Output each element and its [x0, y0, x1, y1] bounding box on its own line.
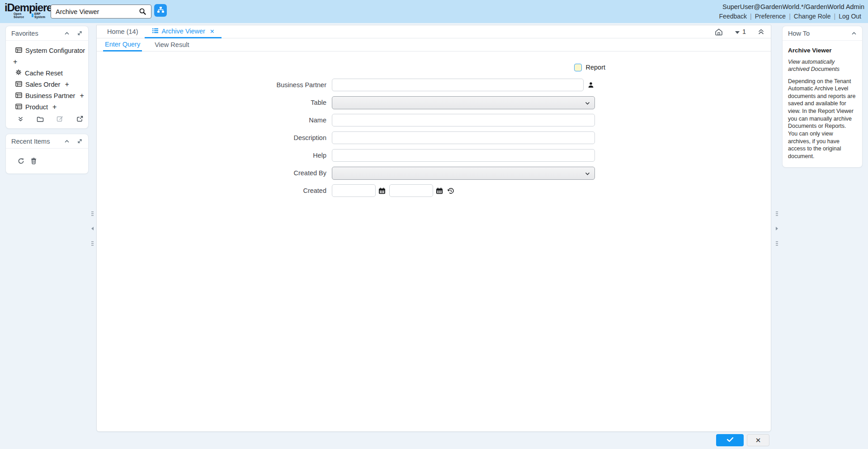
favorites-panel: Favorites System Configurator + Cache Re… [5, 26, 89, 129]
caret-down-icon [735, 28, 740, 35]
new-record-plus-icon[interactable]: + [52, 103, 57, 111]
window-count-value: 1 [742, 28, 746, 35]
collapse-chevron-icon[interactable] [851, 32, 857, 35]
tab-enter-query[interactable]: Enter Query [103, 38, 142, 51]
sitemap-icon [157, 6, 165, 15]
topbar: iDempiere Open Source ERP System SuperUs… [0, 0, 868, 23]
right-splitter[interactable] [774, 25, 780, 432]
report-checkbox[interactable] [574, 64, 582, 71]
window-icon [15, 81, 22, 88]
list-icon [152, 28, 159, 35]
created-by-label: Created By [97, 169, 332, 177]
cancel-button[interactable]: ✕ [747, 434, 769, 446]
created-label: Created [97, 187, 332, 194]
howto-subtitle: View automatically archived Documents [788, 58, 857, 73]
chevron-down-icon [585, 169, 590, 177]
app-logo-subtitle-left: Open Source [14, 12, 31, 19]
name-label: Name [97, 117, 332, 124]
person-icon[interactable] [588, 82, 594, 88]
recent-items-panel: Recent Items [5, 134, 89, 174]
tab-view-result-label: View Result [155, 41, 189, 48]
favorites-title: Favorites [11, 30, 38, 37]
tab-enter-query-label: Enter Query [105, 41, 140, 48]
refresh-icon[interactable] [18, 158, 24, 164]
calendar-icon[interactable] [378, 187, 386, 194]
description-label: Description [97, 134, 332, 141]
logout-link[interactable]: Log Out [835, 12, 864, 21]
global-search [51, 5, 151, 19]
window-count-dropdown[interactable]: 1 [735, 28, 746, 35]
feedback-link[interactable]: Feedback [716, 12, 750, 21]
howto-panel: How To Archive Viewer View automatically… [782, 26, 863, 168]
app-logo-subtitle-right: ERP System [34, 12, 51, 19]
window-icon [15, 103, 22, 111]
collapse-chevron-icon[interactable] [64, 140, 70, 143]
splitter-grip[interactable] [91, 211, 94, 216]
home-icon[interactable] [714, 28, 723, 36]
new-record-plus-icon[interactable]: + [80, 92, 84, 100]
query-form: Report Business Partner Table Name Descr… [97, 51, 771, 197]
trash-icon[interactable] [31, 158, 37, 164]
favorites-item-cache-reset[interactable]: Cache Reset [6, 67, 88, 79]
collapse-all-windows-icon[interactable] [758, 29, 764, 35]
calendar-icon[interactable] [436, 187, 443, 194]
window-icon [15, 47, 22, 54]
edit-favorites-icon[interactable] [57, 116, 63, 122]
window-tabbar: Home (14) Archive Viewer ✕ 1 [97, 25, 771, 38]
created-by-select[interactable] [332, 167, 595, 180]
tab-home-label: Home (14) [107, 28, 138, 35]
tab-archive-viewer[interactable]: Archive Viewer ✕ [145, 25, 222, 38]
form-actions: ✕ [96, 434, 771, 446]
folder-icon[interactable] [37, 116, 44, 122]
table-select[interactable] [332, 96, 595, 109]
name-input[interactable] [332, 114, 595, 126]
search-input[interactable] [51, 8, 134, 15]
collapse-right-arrow-icon[interactable] [776, 227, 778, 230]
splitter-grip[interactable] [776, 241, 778, 246]
report-checkbox-label: Report [585, 64, 605, 71]
gear-icon [15, 69, 22, 77]
search-icon[interactable] [134, 5, 151, 18]
query-subtabbar: Enter Query View Result [97, 38, 771, 51]
howto-text: Depending on the Tenant Automatic Archiv… [788, 78, 857, 160]
tab-home[interactable]: Home (14) [101, 25, 145, 38]
confirm-button[interactable] [716, 434, 744, 446]
table-label: Table [97, 99, 332, 106]
new-record-plus-icon[interactable]: + [65, 80, 69, 89]
menu-lookup-button[interactable] [154, 4, 167, 17]
favorites-item-label: System Configurator [25, 47, 85, 54]
tab-archive-viewer-label: Archive Viewer [162, 28, 205, 35]
favorites-item-label: Sales Order [25, 81, 60, 88]
close-icon: ✕ [755, 436, 761, 444]
preference-link[interactable]: Preference [752, 12, 789, 21]
left-splitter[interactable] [89, 25, 95, 432]
favorites-item-business-partner[interactable]: Business Partner + [6, 90, 88, 101]
share-icon[interactable] [76, 116, 83, 122]
change-role-link[interactable]: Change Role [791, 12, 834, 21]
expand-panel-icon[interactable] [77, 138, 83, 144]
checkmark-icon [726, 437, 734, 444]
logged-in-user: SuperUser@GardenWorld.*/GardenWorld Admi… [716, 2, 864, 12]
howto-title: How To [788, 30, 810, 37]
plus-icon: + [13, 58, 17, 66]
history-icon[interactable] [447, 187, 454, 194]
favorites-item-sales-order[interactable]: Sales Order + [6, 79, 88, 90]
help-input[interactable] [332, 149, 595, 162]
favorites-item-label: Business Partner [25, 92, 75, 99]
business-partner-input[interactable] [332, 79, 584, 91]
collapse-left-arrow-icon[interactable] [91, 227, 94, 230]
collapse-chevron-icon[interactable] [64, 32, 70, 35]
favorites-item-system-configurator[interactable]: System Configurator [6, 45, 88, 56]
splitter-grip[interactable] [91, 241, 94, 246]
window-icon [15, 92, 22, 99]
description-input[interactable] [332, 131, 595, 144]
tab-view-result[interactable]: View Result [153, 38, 191, 51]
splitter-grip[interactable] [776, 211, 778, 216]
close-tab-icon[interactable]: ✕ [210, 28, 214, 35]
collapse-all-icon[interactable] [18, 116, 24, 122]
created-from-input[interactable] [332, 184, 376, 197]
expand-panel-icon[interactable] [77, 30, 83, 36]
howto-heading: Archive Viewer [788, 47, 857, 54]
created-to-input[interactable] [389, 184, 433, 197]
favorites-add-plus[interactable]: + [6, 56, 88, 67]
